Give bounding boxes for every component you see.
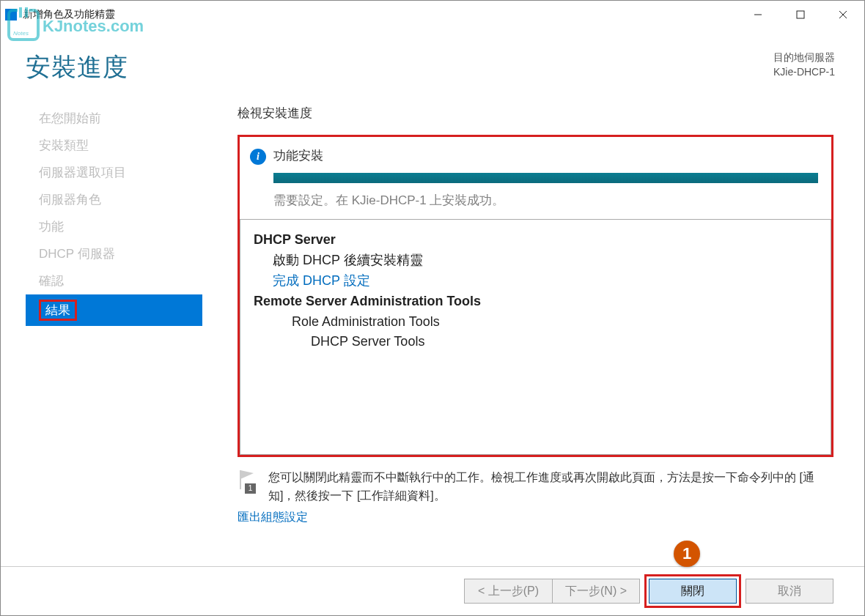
titlebar: 新增角色及功能精靈 [1,1,864,29]
previous-button: < 上一步(P) [464,579,552,604]
step-server-selection: 伺服器選取項目 [26,159,202,186]
main-content: 檢視安裝進度 i 功能安裝 需要設定。在 KJie-DHCP-1 上安裝成功。 [202,92,864,566]
destination-block: 目的地伺服器 KJie-DHCP-1 [773,51,835,79]
step-results: 結果 [26,294,202,326]
result-role-admin-tools: Role Administration Tools [254,312,817,333]
footer-note: 1 您可以關閉此精靈而不中斷執行中的工作。檢視工作進度或再次開啟此頁面，方法是按… [238,457,833,505]
button-bar: 1 < 上一步(P) 下一步(N) > 關閉 取消 [1,566,864,615]
info-icon: i [250,149,266,165]
next-button: 下一步(N) > [552,579,640,604]
step-confirmation: 確認 [26,267,202,294]
export-config-link[interactable]: 匯出組態設定 [238,510,833,525]
destination-server: KJie-DHCP-1 [773,65,835,80]
minimize-button[interactable] [737,1,779,29]
destination-label: 目的地伺服器 [773,51,835,65]
callout-1: 1 [674,541,700,567]
step-server-roles: 伺服器角色 [26,186,202,213]
wizard-window: 新增角色及功能精靈 Notes KJnotes.com 安裝進度 [0,0,865,616]
close-button[interactable]: 關閉 [649,579,737,604]
window-title: 新增角色及功能精靈 [23,8,115,21]
svg-rect-1 [797,11,804,18]
step-install-type: 安裝類型 [26,132,202,159]
page-title: 安裝進度 [26,51,773,84]
result-dhcp-post-install: 啟動 DHCP 後續安裝精靈 [254,251,817,271]
maximize-button[interactable] [779,1,822,29]
result-dhcp-server: DHCP Server [254,230,817,251]
install-status-label: 功能安裝 [273,147,818,164]
step-before-you-begin: 在您開始前 [26,105,202,132]
install-status: i 功能安裝 需要設定。在 KJie-DHCP-1 上安裝成功。 [240,137,831,219]
results-highlight: i 功能安裝 需要設定。在 KJie-DHCP-1 上安裝成功。 DHCP Se… [238,135,833,457]
footer-note-text: 您可以關閉此精靈而不中斷執行中的工作。檢視工作進度或再次開啟此頁面，方法是按一下… [268,469,833,505]
step-features: 功能 [26,213,202,240]
app-icon [5,9,17,21]
complete-dhcp-config-link[interactable]: 完成 DHCP 設定 [254,271,817,292]
notifications-count: 1 [245,483,256,494]
wizard-steps-sidebar: 在您開始前 安裝類型 伺服器選取項目 伺服器角色 功能 DHCP 伺服器 確認 … [1,92,202,566]
header: 安裝進度 目的地伺服器 KJie-DHCP-1 [1,29,864,92]
results-box: DHCP Server 啟動 DHCP 後續安裝精靈 完成 DHCP 設定 Re… [240,219,831,455]
svg-marker-9 [240,470,254,479]
result-dhcp-server-tools: DHCP Server Tools [254,332,817,352]
step-dhcp-server: DHCP 伺服器 [26,240,202,267]
install-status-message: 需要設定。在 KJie-DHCP-1 上安裝成功。 [273,192,818,209]
close-window-button[interactable] [822,1,864,29]
progress-bar [273,173,818,183]
section-heading: 檢視安裝進度 [238,105,833,122]
cancel-button: 取消 [746,579,833,604]
notifications-flag-icon: 1 [238,469,258,494]
result-rsat: Remote Server Administration Tools [254,292,817,312]
window-controls [737,1,864,29]
